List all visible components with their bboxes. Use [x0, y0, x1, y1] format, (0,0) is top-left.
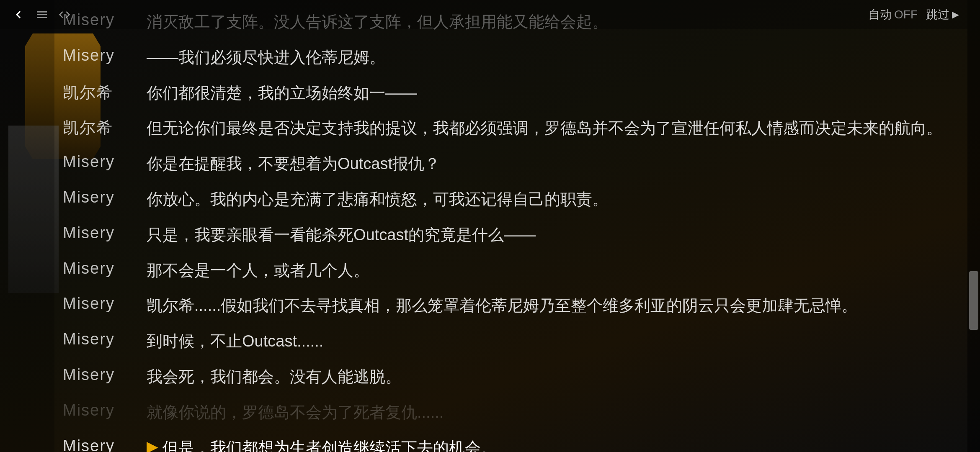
dialogue-content: ——我们必须尽快进入伦蒂尼姆。	[147, 45, 951, 70]
menu-icon[interactable]	[33, 5, 51, 24]
speaker-name: Misery	[63, 222, 147, 242]
speaker-name: Misery	[63, 258, 147, 277]
speaker-name: Misery	[63, 400, 147, 419]
dialogue-row[interactable]: Misery只是，我要亲眼看一看能杀死Outcast的究竟是什么——	[54, 217, 959, 253]
dialogue-list: Misery消灭敌工了支阵。没人告诉这了支阵，但人承担用能又能给会起。Miser…	[54, 4, 959, 452]
back-button[interactable]	[8, 5, 28, 25]
dialogue-content: 就像你说的，罗德岛不会为了死者复仇......	[147, 400, 951, 425]
dialogue-row[interactable]: 凯尔希但无论你们最终是否决定支持我的提议，我都必须强调，罗德岛并不会为了宣泄任何…	[54, 110, 959, 146]
scrollbar[interactable]	[967, 0, 980, 452]
scrollbar-thumb[interactable]	[969, 271, 978, 330]
auto-button[interactable]: 自动 OFF	[868, 7, 918, 23]
dialogue-row[interactable]: Misery你是在提醒我，不要想着为Outcast报仇？	[54, 146, 959, 182]
dialogue-row[interactable]: Misery我会死，我们都会。没有人能逃脱。	[54, 359, 959, 395]
speaker-name: Misery	[63, 364, 147, 384]
dialogue-content: 我会死，我们都会。没有人能逃脱。	[147, 364, 951, 390]
dialogue-content: 你是在提醒我，不要想着为Outcast报仇？	[147, 151, 951, 177]
skip-label: 跳过	[926, 7, 949, 23]
left-panel	[0, 0, 54, 452]
dialogue-content: 只是，我要亲眼看一看能杀死Outcast的究竟是什么——	[147, 222, 951, 248]
skip-button[interactable]: 跳过 ▶	[926, 7, 959, 23]
dialogue-row[interactable]: Misery凯尔希......假如我们不去寻找真相，那么笼罩着伦蒂尼姆乃至整个维…	[54, 288, 959, 324]
dialogue-row[interactable]: Misery就像你说的，罗德岛不会为了死者复仇......	[54, 395, 959, 430]
dialogue-row[interactable]: Misery——我们必须尽快进入伦蒂尼姆。	[54, 40, 959, 75]
toolbar-right: 自动 OFF 跳过 ▶	[868, 7, 959, 23]
dialogue-content: 那不会是一个人，或者几个人。	[147, 258, 951, 283]
speaker-name: 凯尔希	[63, 80, 147, 103]
speaker-name: Misery	[63, 329, 147, 348]
dialogue-row[interactable]: 凯尔希你们都很清楚，我的立场始终如一——	[54, 75, 959, 111]
dialogue-content: 凯尔希......假如我们不去寻找真相，那么笼罩着伦蒂尼姆乃至整个维多利亚的阴云…	[147, 293, 951, 318]
auto-label: 自动	[868, 7, 892, 23]
active-arrow-icon: ▶	[147, 435, 158, 452]
toolbar: 自动 OFF 跳过 ▶	[0, 0, 967, 29]
dialogue-row[interactable]: Misery▶但是，我们都想为生者创造继续活下去的机会。	[54, 430, 959, 452]
dialogue-content: 到时候，不止Outcast......	[147, 329, 951, 354]
speaker-name: Misery	[63, 151, 147, 171]
dialogue-content: 你们都很清楚，我的立场始终如一——	[147, 80, 951, 106]
auto-status: OFF	[894, 8, 918, 21]
speaker-name: Misery	[63, 293, 147, 313]
dialogue-content: 但是，我们都想为生者创造继续活下去的机会。	[162, 435, 951, 452]
dialogue-content: 但无论你们最终是否决定支持我的提议，我都必须强调，罗德岛并不会为了宣泄任何私人情…	[147, 116, 951, 141]
speaker-name: Misery	[63, 435, 147, 452]
speaker-name: 凯尔希	[63, 116, 147, 139]
dialogue-row[interactable]: Misery那不会是一个人，或者几个人。	[54, 253, 959, 288]
dialogue-row[interactable]: Misery你放心。我的内心是充满了悲痛和愤怒，可我还记得自己的职责。	[54, 182, 959, 217]
dialogue-row[interactable]: Misery到时候，不止Outcast......	[54, 324, 959, 359]
dialogue-area: Misery消灭敌工了支阵。没人告诉这了支阵，但人承担用能又能给会起。Miser…	[54, 0, 959, 452]
dialogue-content: 你放心。我的内心是充满了悲痛和愤怒，可我还记得自己的职责。	[147, 187, 951, 212]
settings-icon[interactable]	[55, 5, 74, 24]
speaker-name: Misery	[63, 187, 147, 206]
skip-arrow-icon: ▶	[952, 9, 959, 20]
speaker-name: Misery	[63, 45, 147, 64]
